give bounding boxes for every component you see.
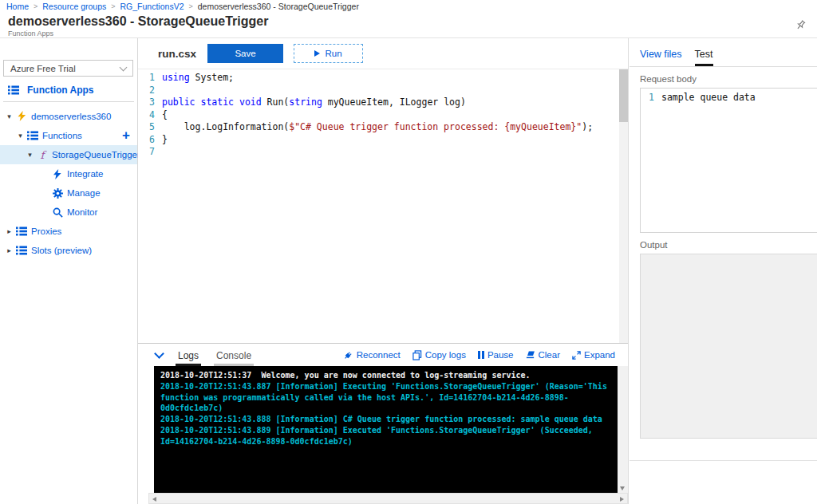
breadcrumb-separator: > xyxy=(188,2,192,10)
code-text: public static void Run(string myQueueIte… xyxy=(162,96,466,109)
expand-icon xyxy=(572,351,581,360)
sidebar-item-label: Functions xyxy=(42,131,82,140)
line-number: 1 xyxy=(138,72,162,85)
copy-icon xyxy=(412,350,422,360)
tab-console[interactable]: Console xyxy=(214,350,254,366)
action-label: Expand xyxy=(584,350,615,360)
function-apps-label: Function Apps xyxy=(27,85,94,96)
line-number: 4 xyxy=(138,109,162,122)
sidebar-item-label: Proxies xyxy=(31,226,61,236)
function-f-icon: f xyxy=(35,150,49,160)
editor-scrollbar-thumb[interactable] xyxy=(619,69,628,122)
breadcrumb-separator: > xyxy=(34,2,37,10)
sidebar-item-slots[interactable]: ▸Slots (preview) xyxy=(0,241,137,260)
sidebar-item-demoserverless360[interactable]: ▾demoserverless360 xyxy=(0,107,137,126)
run-button[interactable]: Run xyxy=(294,44,363,63)
code-line: 1using System; xyxy=(138,72,619,85)
subscription-dropdown[interactable]: Azure Free Trial xyxy=(3,60,133,77)
panel-bottom-divider xyxy=(630,460,817,461)
page-subtitle: Function Apps xyxy=(8,30,817,37)
logs-toolbar: LogsConsole ReconnectCopy logsPauseClear… xyxy=(138,344,628,366)
code-text: using System; xyxy=(162,72,234,85)
save-button[interactable]: Save xyxy=(207,44,283,63)
tab-test[interactable]: Test xyxy=(695,49,713,66)
log-line: 2018-10-20T12:51:43.887 [Information] Ex… xyxy=(160,381,613,414)
run-button-label: Run xyxy=(325,49,341,58)
code-text: } xyxy=(162,134,168,147)
logs-panel: LogsConsole ReconnectCopy logsPauseClear… xyxy=(138,343,628,504)
gear-icon xyxy=(50,188,65,199)
editor-scrollbar[interactable] xyxy=(619,69,628,343)
main-editor-column: run.csx Save Run 1using System;23public … xyxy=(138,38,629,504)
line-number: 6 xyxy=(138,134,162,147)
test-panel-tabs: View filesTest xyxy=(640,49,817,66)
breadcrumb-item-resource-groups[interactable]: Resource groups xyxy=(42,2,106,11)
log-line: 2018-10-20T12:51:37 Welcome, you are now… xyxy=(160,370,613,381)
caret-down-icon[interactable]: ▾ xyxy=(25,151,35,159)
collapse-logs-icon[interactable] xyxy=(154,348,164,359)
sidebar-item-label: Manage xyxy=(67,188,101,198)
plug-icon xyxy=(343,350,353,360)
file-name: run.csx xyxy=(158,48,196,60)
sidebar-item-manage[interactable]: Manage xyxy=(0,183,137,203)
sidebar-item-function-apps[interactable]: Function Apps xyxy=(6,85,137,96)
sidebar-item-integrate[interactable]: Integrate xyxy=(0,164,137,183)
code-editor: 1using System;23public static void Run(s… xyxy=(138,69,628,343)
pin-icon[interactable] xyxy=(795,19,806,33)
code-area[interactable]: 1using System;23public static void Run(s… xyxy=(138,69,619,343)
breadcrumb-item-rg-functionsv2[interactable]: RG_FunctionsV2 xyxy=(120,2,184,11)
scroll-down-icon xyxy=(620,486,625,490)
add-function-button[interactable]: + xyxy=(122,128,130,144)
pause-button[interactable]: Pause xyxy=(478,350,514,360)
line-number: 2 xyxy=(138,85,162,97)
pause-icon xyxy=(478,351,484,359)
clear-button[interactable]: Clear xyxy=(526,350,560,360)
page-title: demoserverless360 - StorageQueueTrigger xyxy=(8,14,817,29)
list-icon xyxy=(14,226,29,236)
log-line: 2018-10-20T12:51:43.889 [Information] Ex… xyxy=(160,425,613,447)
caret-down-icon[interactable]: ▾ xyxy=(4,112,14,120)
lightning-icon xyxy=(50,169,65,179)
line-number: 7 xyxy=(138,146,162,159)
expand-button[interactable]: Expand xyxy=(572,350,615,360)
tab-logs[interactable]: Logs xyxy=(176,350,201,366)
tab-view-files[interactable]: View files xyxy=(640,49,682,66)
sidebar-item-storagequeuetrigger[interactable]: ▾fStorageQueueTrigger xyxy=(0,145,137,164)
subscription-value: Azure Free Trial xyxy=(10,64,76,73)
caret-right-icon[interactable]: ▸ xyxy=(4,246,14,254)
breadcrumb-item-demoserverless360-storagequeuetrigger: demoserverless360 - StorageQueueTrigger xyxy=(198,2,359,11)
code-line: 3public static void Run(string myQueueIt… xyxy=(138,96,619,109)
list-icon xyxy=(14,246,29,255)
code-text: log.LogInformation($"C# Queue trigger fu… xyxy=(162,121,593,134)
console-horizontal-scrollbar[interactable] xyxy=(148,493,628,504)
copy-logs-button[interactable]: Copy logs xyxy=(412,350,466,360)
caret-right-icon[interactable]: ▸ xyxy=(4,227,14,235)
sidebar-item-monitor[interactable]: Monitor xyxy=(0,203,137,222)
request-line-number: 1 xyxy=(641,92,661,232)
reconnect-button[interactable]: Reconnect xyxy=(343,350,401,360)
sidebar-item-label: Monitor xyxy=(67,207,97,217)
code-line: 6} xyxy=(138,134,619,147)
action-label: Pause xyxy=(487,350,514,360)
caret-down-icon[interactable]: ▾ xyxy=(15,132,26,140)
line-number: 3 xyxy=(138,96,162,109)
logs-actions: ReconnectCopy logsPauseClearExpand xyxy=(343,350,615,360)
sidebar-item-functions[interactable]: ▾Functions+ xyxy=(0,126,137,145)
action-label: Clear xyxy=(539,350,560,360)
editor-toolbar: run.csx Save Run xyxy=(138,38,628,69)
code-line: 5 log.LogInformation($"C# Queue trigger … xyxy=(138,121,619,134)
request-body-editor[interactable]: 1 sample queue data xyxy=(640,88,817,233)
log-line: 2018-10-20T12:51:43.888 [Information] C#… xyxy=(160,414,613,425)
action-label: Reconnect xyxy=(357,350,401,360)
sidebar-item-proxies[interactable]: ▸Proxies xyxy=(0,222,137,241)
search-icon xyxy=(50,207,65,218)
sidebar: Azure Free Trial Function Apps ▾demoserv… xyxy=(0,38,138,504)
console-vertical-scrollbar[interactable] xyxy=(618,366,628,494)
sidebar-item-label: Integrate xyxy=(67,169,103,179)
sidebar-divider xyxy=(3,101,134,102)
list-icon xyxy=(6,85,21,95)
breadcrumb-item-home[interactable]: Home xyxy=(6,2,29,11)
play-icon xyxy=(314,50,320,57)
chevron-down-icon xyxy=(120,63,128,71)
breadcrumb-separator: > xyxy=(111,2,115,10)
